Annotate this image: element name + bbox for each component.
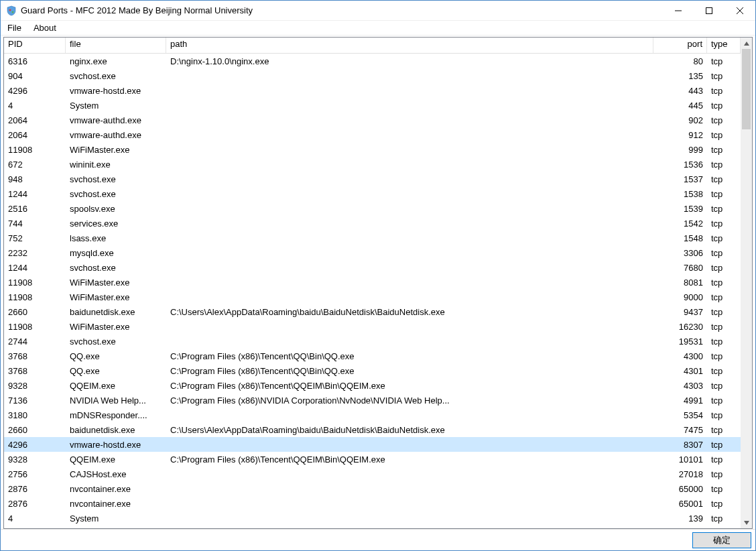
cell-port: 135 bbox=[653, 71, 707, 81]
column-header-port[interactable]: port bbox=[653, 38, 707, 53]
column-header-path[interactable]: path bbox=[166, 38, 653, 53]
cell-port: 445 bbox=[653, 101, 707, 111]
cell-port: 5354 bbox=[653, 410, 707, 420]
minimize-button[interactable] bbox=[663, 1, 694, 21]
cell-pid: 672 bbox=[4, 160, 66, 170]
table-row[interactable]: 11908WiFiMaster.exe8081tcp bbox=[4, 275, 741, 290]
table-row[interactable]: 672wininit.exe1536tcp bbox=[4, 157, 741, 172]
table-row[interactable]: 11908WiFiMaster.exe999tcp bbox=[4, 142, 741, 157]
scroll-down-icon[interactable] bbox=[741, 517, 752, 528]
cell-file: svchost.exe bbox=[66, 174, 166, 184]
table-row[interactable]: 2660baidunetdisk.exeC:\Users\Alex\AppDat… bbox=[4, 422, 741, 437]
table-row[interactable]: 752lsass.exe1548tcp bbox=[4, 231, 741, 245]
table-row[interactable]: 2516spoolsv.exe1539tcp bbox=[4, 201, 741, 216]
footer: 确定 bbox=[1, 529, 755, 550]
table-row[interactable]: 948svchost.exe1537tcp bbox=[4, 172, 741, 186]
menu-file[interactable]: File bbox=[6, 23, 23, 33]
cell-file: WiFiMaster.exe bbox=[66, 145, 166, 155]
table-row[interactable]: 1244svchost.exe1538tcp bbox=[4, 186, 741, 201]
column-header-type[interactable]: type bbox=[707, 38, 741, 53]
cell-port: 139 bbox=[653, 513, 707, 524]
table-row[interactable]: 1244svchost.exe7680tcp bbox=[4, 260, 741, 275]
cell-type: tcp bbox=[707, 336, 741, 347]
table-row[interactable]: 4296vmware-hostd.exe8307tcp bbox=[4, 437, 741, 452]
maximize-button[interactable] bbox=[694, 1, 724, 21]
cell-file: svchost.exe bbox=[66, 263, 166, 273]
table-row[interactable]: 6316nginx.exeD:\nginx-1.10.0\nginx.exe80… bbox=[4, 54, 741, 68]
scroll-thumb[interactable] bbox=[742, 49, 751, 129]
cell-path: C:\Program Files (x86)\Tencent\QQ\Bin\QQ… bbox=[166, 366, 653, 376]
table-row[interactable]: 2756CAJSHost.exe27018tcp bbox=[4, 467, 741, 481]
table-row[interactable]: 4296vmware-hostd.exe443tcp bbox=[4, 83, 741, 98]
cell-file: vmware-authd.exe bbox=[66, 115, 166, 125]
cell-pid: 4 bbox=[4, 513, 66, 524]
scroll-track[interactable] bbox=[741, 49, 752, 517]
scroll-up-icon[interactable] bbox=[741, 38, 752, 49]
cell-type: tcp bbox=[707, 219, 741, 229]
cell-file: vmware-authd.exe bbox=[66, 130, 166, 140]
table-row[interactable]: 744services.exe1542tcp bbox=[4, 216, 741, 231]
cell-port: 65000 bbox=[653, 484, 707, 494]
client-area: PID file path port type 6316nginx.exeD:\… bbox=[3, 37, 753, 529]
cell-pid: 752 bbox=[4, 233, 66, 243]
cell-pid: 2660 bbox=[4, 425, 66, 435]
table-row[interactable]: 2232mysqld.exe3306tcp bbox=[4, 245, 741, 260]
table-row[interactable]: 2064vmware-authd.exe902tcp bbox=[4, 113, 741, 127]
table-row[interactable]: 7136NVIDIA Web Help...C:\Program Files (… bbox=[4, 393, 741, 408]
close-button[interactable] bbox=[724, 1, 755, 21]
cell-file: nvcontainer.exe bbox=[66, 499, 166, 509]
table-row[interactable]: 2064vmware-authd.exe912tcp bbox=[4, 127, 741, 142]
cell-pid: 7136 bbox=[4, 395, 66, 406]
cell-port: 1542 bbox=[653, 219, 707, 229]
port-listview[interactable]: PID file path port type 6316nginx.exeD:\… bbox=[4, 38, 741, 528]
table-row[interactable]: 4System445tcp bbox=[4, 98, 741, 113]
cell-port: 9000 bbox=[653, 292, 707, 302]
cell-file: vmware-hostd.exe bbox=[66, 86, 166, 96]
table-row[interactable]: 904svchost.exe135tcp bbox=[4, 68, 741, 83]
titlebar: Guard Ports - MFC 2012 Made By Beijing N… bbox=[1, 1, 755, 21]
cell-file: WiFiMaster.exe bbox=[66, 322, 166, 332]
menubar: File About bbox=[1, 21, 755, 36]
table-row[interactable]: 9328QQEIM.exeC:\Program Files (x86)\Tenc… bbox=[4, 378, 741, 393]
table-row[interactable]: 2876nvcontainer.exe65001tcp bbox=[4, 496, 741, 511]
cell-file: mysqld.exe bbox=[66, 248, 166, 258]
svg-point-0 bbox=[9, 9, 11, 11]
table-row[interactable]: 9328QQEIM.exeC:\Program Files (x86)\Tenc… bbox=[4, 452, 741, 467]
menu-about[interactable]: About bbox=[32, 23, 58, 33]
cell-pid: 2064 bbox=[4, 115, 66, 125]
cell-pid: 4296 bbox=[4, 440, 66, 450]
table-row[interactable]: 3180mDNSResponder....5354tcp bbox=[4, 408, 741, 422]
cell-type: tcp bbox=[707, 115, 741, 125]
table-row[interactable]: 4System139tcp bbox=[4, 511, 741, 526]
cell-file: lsass.exe bbox=[66, 233, 166, 243]
table-row[interactable]: 3768QQ.exeC:\Program Files (x86)\Tencent… bbox=[4, 363, 741, 378]
table-row[interactable]: 2660baidunetdisk.exeC:\Users\Alex\AppDat… bbox=[4, 304, 741, 319]
table-row[interactable]: 11908WiFiMaster.exe16230tcp bbox=[4, 319, 741, 334]
table-row[interactable]: 3768QQ.exeC:\Program Files (x86)\Tencent… bbox=[4, 349, 741, 363]
cell-port: 4300 bbox=[653, 351, 707, 361]
cell-type: tcp bbox=[707, 189, 741, 199]
cell-type: tcp bbox=[707, 160, 741, 170]
table-row[interactable]: 2876nvcontainer.exe65000tcp bbox=[4, 481, 741, 496]
table-row[interactable]: 2744svchost.exe19531tcp bbox=[4, 334, 741, 349]
cell-pid: 4296 bbox=[4, 86, 66, 96]
cell-type: tcp bbox=[707, 484, 741, 494]
cell-port: 9437 bbox=[653, 307, 707, 317]
cell-type: tcp bbox=[707, 366, 741, 376]
ok-button[interactable]: 确定 bbox=[692, 532, 751, 548]
cell-port: 1539 bbox=[653, 204, 707, 214]
cell-file: services.exe bbox=[66, 219, 166, 229]
cell-type: tcp bbox=[707, 410, 741, 420]
column-header-pid[interactable]: PID bbox=[4, 38, 66, 53]
table-row[interactable]: 11908WiFiMaster.exe9000tcp bbox=[4, 290, 741, 304]
cell-type: tcp bbox=[707, 71, 741, 81]
cell-pid: 3180 bbox=[4, 410, 66, 420]
cell-file: QQ.exe bbox=[66, 366, 166, 376]
cell-pid: 948 bbox=[4, 174, 66, 184]
cell-file: spoolsv.exe bbox=[66, 204, 166, 214]
cell-port: 8307 bbox=[653, 440, 707, 450]
cell-path: C:\Program Files (x86)\Tencent\QQ\Bin\QQ… bbox=[166, 351, 653, 361]
cell-file: vmware-hostd.exe bbox=[66, 440, 166, 450]
column-header-file[interactable]: file bbox=[66, 38, 166, 53]
vertical-scrollbar[interactable] bbox=[741, 38, 752, 528]
